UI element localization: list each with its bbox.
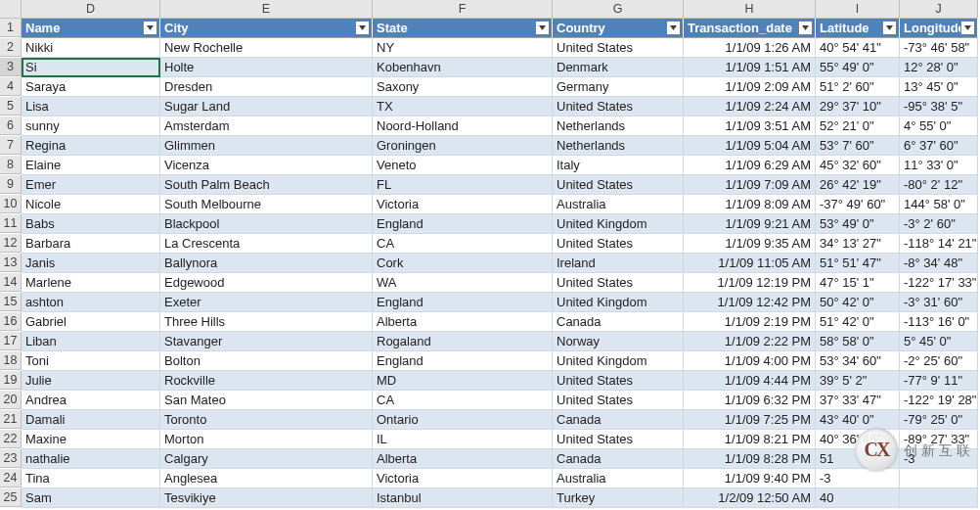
- row-header-17[interactable]: 17: [0, 332, 22, 350]
- cell-3-Name[interactable]: Si: [22, 58, 160, 77]
- cell-19-Name[interactable]: Julie: [22, 371, 160, 391]
- cell-25-City[interactable]: Tesvikiye: [160, 488, 373, 508]
- cell-12-City[interactable]: La Crescenta: [160, 234, 373, 254]
- row-header-5[interactable]: 5: [0, 97, 22, 116]
- cell-5-State[interactable]: TX: [373, 97, 553, 116]
- cell-14-Name[interactable]: Marlene: [22, 273, 160, 293]
- cell-14-Longitude[interactable]: -122° 17' 33": [900, 273, 978, 293]
- cell-15-Latitude[interactable]: 50° 42' 0": [816, 293, 900, 312]
- cell-3-Country[interactable]: Denmark: [553, 58, 684, 77]
- row-header-8[interactable]: 8: [0, 156, 22, 174]
- filter-dropdown-icon[interactable]: [882, 21, 897, 35]
- cell-4-Transaction_date[interactable]: 1/1/09 2:09 AM: [684, 77, 816, 97]
- filter-dropdown-icon[interactable]: [535, 21, 550, 35]
- cell-18-Latitude[interactable]: 53° 34' 60": [816, 351, 900, 371]
- cell-4-State[interactable]: Saxony: [373, 77, 553, 97]
- cell-8-Longitude[interactable]: 11° 33' 0": [900, 156, 978, 175]
- cell-4-Country[interactable]: Germany: [553, 77, 684, 97]
- cell-22-Name[interactable]: Maxine: [22, 430, 160, 449]
- cell-16-Country[interactable]: Canada: [553, 312, 684, 332]
- cell-25-Country[interactable]: Turkey: [553, 488, 684, 508]
- cell-22-Transaction_date[interactable]: 1/1/09 8:21 PM: [684, 430, 816, 449]
- cell-20-Latitude[interactable]: 37° 33' 47": [816, 391, 900, 410]
- cell-2-Transaction_date[interactable]: 1/1/09 1:26 AM: [684, 38, 816, 58]
- cell-2-Country[interactable]: United States: [553, 38, 684, 58]
- cell-13-Name[interactable]: Janis: [22, 254, 160, 273]
- cell-6-Latitude[interactable]: 52° 21' 0": [816, 116, 900, 136]
- row-header-10[interactable]: 10: [0, 195, 22, 213]
- cell-24-Longitude[interactable]: [900, 469, 978, 488]
- cell-24-Latitude[interactable]: -3: [816, 469, 900, 488]
- cell-8-City[interactable]: Vicenza: [160, 156, 373, 175]
- cell-8-State[interactable]: Veneto: [373, 156, 553, 175]
- select-all-corner[interactable]: [0, 0, 22, 19]
- cell-5-Name[interactable]: Lisa: [22, 97, 160, 116]
- col-header-G[interactable]: G: [553, 0, 684, 19]
- cell-7-Latitude[interactable]: 53° 7' 60": [816, 136, 900, 156]
- cell-13-Country[interactable]: Ireland: [553, 254, 684, 273]
- cell-20-Longitude[interactable]: -122° 19' 28": [900, 391, 978, 410]
- filter-dropdown-icon[interactable]: [960, 21, 975, 35]
- cell-16-Transaction_date[interactable]: 1/1/09 2:19 PM: [684, 312, 816, 332]
- row-header-3[interactable]: 3: [0, 58, 22, 76]
- cell-14-City[interactable]: Edgewood: [160, 273, 373, 293]
- cell-21-State[interactable]: Ontario: [373, 410, 553, 430]
- cell-23-Transaction_date[interactable]: 1/1/09 8:28 PM: [684, 449, 816, 469]
- cell-25-Longitude[interactable]: [900, 488, 978, 508]
- cell-24-Transaction_date[interactable]: 1/1/09 9:40 PM: [684, 469, 816, 488]
- cell-8-Name[interactable]: Elaine: [22, 156, 160, 175]
- cell-10-Longitude[interactable]: 144° 58' 0": [900, 195, 978, 214]
- cell-21-City[interactable]: Toronto: [160, 410, 373, 430]
- cell-11-Transaction_date[interactable]: 1/1/09 9:21 AM: [684, 214, 816, 234]
- cell-15-Longitude[interactable]: -3° 31' 60": [900, 293, 978, 312]
- cell-12-Longitude[interactable]: -118° 14' 21": [900, 234, 978, 254]
- cell-6-State[interactable]: Noord-Holland: [373, 116, 553, 136]
- cell-22-State[interactable]: IL: [373, 430, 553, 449]
- cell-8-Latitude[interactable]: 45° 32' 60": [816, 156, 900, 175]
- row-header-24[interactable]: 24: [0, 469, 22, 487]
- cell-25-State[interactable]: Istanbul: [373, 488, 553, 508]
- cell-18-State[interactable]: England: [373, 351, 553, 371]
- cell-14-State[interactable]: WA: [373, 273, 553, 293]
- cell-10-Country[interactable]: Australia: [553, 195, 684, 214]
- cell-15-Name[interactable]: ashton: [22, 293, 160, 312]
- cell-2-Longitude[interactable]: -73° 46' 58": [900, 38, 978, 58]
- table-header-latitude[interactable]: Latitude: [816, 19, 900, 38]
- cell-9-Longitude[interactable]: -80° 2' 12": [900, 175, 978, 195]
- row-header-18[interactable]: 18: [0, 351, 22, 370]
- table-header-transaction_date[interactable]: Transaction_date: [684, 19, 816, 38]
- row-header-22[interactable]: 22: [0, 430, 22, 448]
- cell-9-Name[interactable]: Emer: [22, 175, 160, 195]
- cell-14-Country[interactable]: United States: [553, 273, 684, 293]
- cell-15-Country[interactable]: United Kingdom: [553, 293, 684, 312]
- cell-19-State[interactable]: MD: [373, 371, 553, 391]
- cell-19-City[interactable]: Rockville: [160, 371, 373, 391]
- cell-14-Latitude[interactable]: 47° 15' 1": [816, 273, 900, 293]
- cell-9-State[interactable]: FL: [373, 175, 553, 195]
- cell-6-City[interactable]: Amsterdam: [160, 116, 373, 136]
- cell-15-State[interactable]: England: [373, 293, 553, 312]
- cell-7-State[interactable]: Groningen: [373, 136, 553, 156]
- cell-17-State[interactable]: Rogaland: [373, 332, 553, 351]
- cell-21-Longitude[interactable]: -79° 25' 0": [900, 410, 978, 430]
- row-header-7[interactable]: 7: [0, 136, 22, 155]
- filter-dropdown-icon[interactable]: [798, 21, 813, 35]
- cell-2-State[interactable]: NY: [373, 38, 553, 58]
- cell-21-Latitude[interactable]: 43° 40' 0": [816, 410, 900, 430]
- row-header-14[interactable]: 14: [0, 273, 22, 292]
- cell-9-Latitude[interactable]: 26° 42' 19": [816, 175, 900, 195]
- cell-14-Transaction_date[interactable]: 1/1/09 12:19 PM: [684, 273, 816, 293]
- col-header-D[interactable]: D: [22, 0, 160, 19]
- cell-10-City[interactable]: South Melbourne: [160, 195, 373, 214]
- cell-18-Country[interactable]: United Kingdom: [553, 351, 684, 371]
- col-header-F[interactable]: F: [373, 0, 553, 19]
- cell-20-City[interactable]: San Mateo: [160, 391, 373, 410]
- cell-19-Transaction_date[interactable]: 1/1/09 4:44 PM: [684, 371, 816, 391]
- cell-22-City[interactable]: Morton: [160, 430, 373, 449]
- row-header-9[interactable]: 9: [0, 175, 22, 194]
- cell-5-Transaction_date[interactable]: 1/1/09 2:24 AM: [684, 97, 816, 116]
- cell-19-Longitude[interactable]: -77° 9' 11": [900, 371, 978, 391]
- cell-6-Name[interactable]: sunny: [22, 116, 160, 136]
- row-header-13[interactable]: 13: [0, 254, 22, 272]
- cell-20-Country[interactable]: United States: [553, 391, 684, 410]
